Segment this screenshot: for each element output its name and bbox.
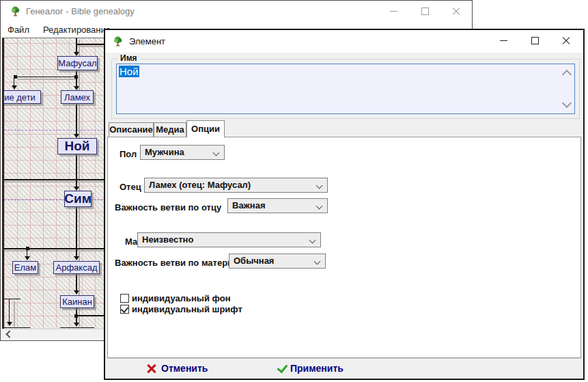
main-close-button[interactable] xyxy=(440,1,472,22)
main-window-title: Генеалог - Bible genealogy xyxy=(26,6,135,16)
chevron-down-icon xyxy=(316,203,323,210)
dialog-close-button[interactable] xyxy=(550,30,582,51)
minimize-icon xyxy=(500,40,507,41)
name-textarea[interactable]: Ной xyxy=(116,64,575,114)
tree-node-lamekh[interactable]: Ламех xyxy=(61,90,94,104)
mother-branch-select[interactable]: Обычная xyxy=(229,254,326,269)
tree-node-kainan[interactable]: Каинан xyxy=(60,295,94,308)
tree-line xyxy=(60,327,94,328)
tree-line xyxy=(4,327,30,328)
element-dialog: Элемент Имя Ной Описание Медиа Опции Пол… xyxy=(104,29,585,380)
tree-line xyxy=(76,207,77,248)
father-branch-label: Важность ветви по отцу xyxy=(115,202,221,213)
main-titlebar: Генеалог - Bible genealogy xyxy=(1,1,472,22)
minimize-icon xyxy=(390,11,397,12)
tree-line xyxy=(9,299,10,323)
tree-node-other-children[interactable]: ие дети xyxy=(2,90,41,104)
tree-arrow xyxy=(7,322,12,326)
scroll-down-icon[interactable] xyxy=(562,98,572,108)
cancel-button[interactable]: Отменить xyxy=(147,361,208,376)
options-tab-panel: Пол Мужчина Отец Ламех (отец: Мафусал) В… xyxy=(107,137,581,358)
name-value: Ной xyxy=(119,66,139,77)
main-minimize-button[interactable] xyxy=(378,1,409,22)
father-select[interactable]: Ламех (отец: Мафусал) xyxy=(144,178,328,193)
tree-line xyxy=(18,79,78,80)
gender-label: Пол xyxy=(120,149,137,159)
tree-line xyxy=(4,299,20,299)
father-branch-select[interactable]: Важная xyxy=(227,198,328,213)
individual-font-checkbox[interactable] xyxy=(120,305,129,314)
tree-line xyxy=(14,301,15,327)
dialog-title: Элемент xyxy=(129,36,165,46)
tree-line xyxy=(76,70,77,87)
individual-background-label: индивидуальный фон xyxy=(132,293,231,303)
father-label: Отец xyxy=(120,182,141,192)
tab-options[interactable]: Опции xyxy=(186,120,225,137)
tree-arrow xyxy=(25,256,30,260)
tree-line xyxy=(4,179,120,180)
generation-dash xyxy=(4,200,120,200)
generation-dash xyxy=(4,130,120,131)
tree-node-mafusal[interactable]: Мафусал xyxy=(57,56,98,70)
tree-arrow xyxy=(74,256,79,260)
tree-line xyxy=(76,104,77,135)
close-icon xyxy=(452,8,460,16)
tree-line xyxy=(76,154,77,188)
individual-background-checkbox[interactable] xyxy=(120,294,129,303)
tree-app-icon xyxy=(10,5,21,17)
menu-file[interactable]: Файл xyxy=(1,25,36,35)
dialog-minimize-button[interactable] xyxy=(488,30,519,51)
tree-arrow xyxy=(74,290,79,295)
tab-description[interactable]: Описание xyxy=(109,122,154,137)
individual-font-label: индивидуальный шрифт xyxy=(132,304,242,314)
apply-check-icon xyxy=(277,361,288,373)
cancel-x-icon xyxy=(147,364,156,373)
scroll-left-icon[interactable] xyxy=(5,330,13,338)
chevron-down-icon xyxy=(309,237,316,244)
close-icon xyxy=(562,37,570,45)
dialog-maximize-button[interactable] xyxy=(519,30,550,51)
tree-line xyxy=(79,40,80,327)
tree-app-icon xyxy=(112,36,124,47)
scroll-up-icon[interactable] xyxy=(562,70,572,79)
tree-arrow xyxy=(74,323,79,327)
tree-line xyxy=(4,181,120,182)
dialog-button-bar: Отменить Применить xyxy=(107,358,581,378)
chevron-down-icon xyxy=(316,182,323,189)
chevron-down-icon xyxy=(213,150,220,156)
tab-media[interactable]: Медиа xyxy=(154,122,186,137)
tree-line xyxy=(76,274,77,292)
tree-line xyxy=(4,250,120,251)
chevron-down-icon xyxy=(314,258,321,265)
apply-button[interactable]: Применить xyxy=(279,361,344,376)
tree-arrow xyxy=(12,85,17,90)
gender-select[interactable]: Мужчина xyxy=(140,145,225,160)
maximize-icon xyxy=(421,8,429,15)
mother-branch-label: Важность ветви по матери xyxy=(115,258,233,268)
name-group-label: Имя xyxy=(117,53,140,63)
tree-node-arfaksad[interactable]: Арфаксад xyxy=(53,261,100,274)
tree-node-noah[interactable]: Ной xyxy=(57,138,97,154)
tree-line xyxy=(76,38,77,53)
name-groupbox: Имя Ной xyxy=(111,59,580,119)
mother-select[interactable]: Неизвестно xyxy=(137,232,321,247)
tree-node-elam[interactable]: Елам xyxy=(12,261,38,274)
main-maximize-button[interactable] xyxy=(409,1,440,22)
tree-node-sim[interactable]: Сим xyxy=(64,191,92,207)
maximize-icon xyxy=(531,37,539,44)
tree-line xyxy=(15,77,76,77)
dialog-titlebar: Элемент xyxy=(105,30,583,53)
tree-line xyxy=(4,248,120,249)
